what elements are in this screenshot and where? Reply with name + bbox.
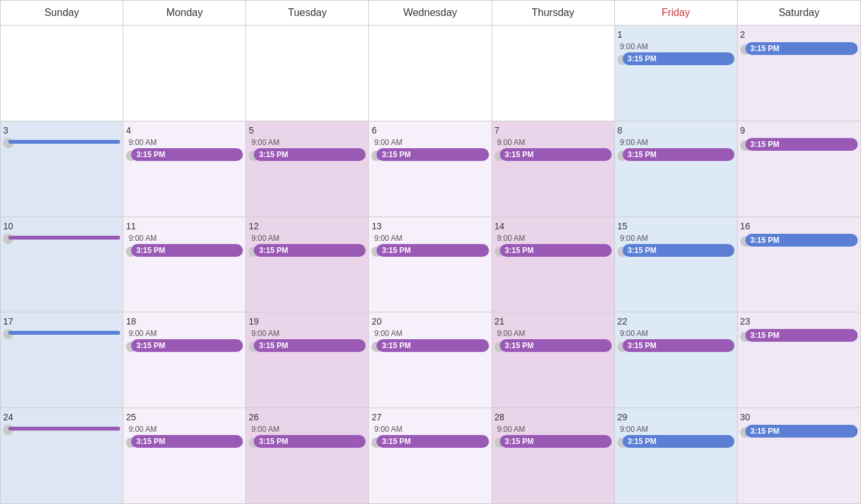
event-bar[interactable]: 3:15 PM [745,329,858,342]
day-cell-23[interactable]: 233:15 PM [738,312,860,408]
calendar-header: Sunday Monday Tuesday Wednesday Thursday… [1,1,860,26]
event-bar-wrapper: 3:15 PM [617,52,734,68]
day-number: 18 [126,316,243,326]
day-cell-27[interactable]: 279:00 AM3:15 PM [369,408,492,503]
event-bar[interactable]: 3:15 PM [254,148,366,161]
day-cell-3[interactable]: 3 [1,121,123,217]
event-bar[interactable]: 3:15 PM [745,234,858,247]
event-bar[interactable]: 3:15 PM [623,148,734,161]
event-time: 9:00 AM [128,425,243,434]
event-container: 9:00 AM3:15 PM [617,42,734,68]
day-cell-empty[interactable] [1,26,123,121]
event-bar[interactable]: 3:15 PM [131,339,243,352]
day-cell-14[interactable]: 149:00 AM3:15 PM [492,217,615,312]
event-bar[interactable]: 3:15 PM [131,244,243,257]
day-cell-11[interactable]: 119:00 AM3:15 PM [123,217,246,312]
event-bar-wrapper [3,138,120,148]
event-bar-wrapper: 3:15 PM [740,329,858,344]
event-bar[interactable]: 3:15 PM [376,435,488,448]
event-container: 9:00 AM3:15 PM [249,329,366,355]
day-cell-2[interactable]: 23:15 PM [738,26,860,121]
event-bar[interactable]: 3:15 PM [376,244,488,257]
day-cell-empty[interactable] [492,26,615,121]
event-bar[interactable]: 3:15 PM [623,339,734,352]
day-number: 17 [3,316,120,326]
event-bar[interactable]: 3:15 PM [745,138,858,151]
event-time: 9:00 AM [497,138,612,147]
day-cell-4[interactable]: 49:00 AM3:15 PM [123,121,246,217]
day-cell-30[interactable]: 303:15 PM [738,408,860,503]
header-friday: Friday [615,1,738,25]
day-cell-24[interactable]: 24 [1,408,123,503]
event-bar[interactable]: 3:15 PM [376,339,488,352]
event-container: 9:00 AM3:15 PM [126,138,243,164]
event-bar[interactable]: 3:15 PM [376,148,488,161]
event-time: 9:00 AM [128,138,243,147]
event-bar[interactable]: 3:15 PM [254,244,366,257]
day-cell-16[interactable]: 163:15 PM [738,217,860,312]
header-saturday: Saturday [738,1,860,25]
day-cell-19[interactable]: 199:00 AM3:15 PM [246,312,369,408]
event-bar[interactable]: 3:15 PM [500,148,612,161]
day-cell-10[interactable]: 10 [1,217,123,312]
day-cell-12[interactable]: 129:00 AM3:15 PM [246,217,369,312]
event-bar-wrapper [3,234,120,244]
event-bar[interactable] [8,140,120,144]
day-number: 4 [126,125,243,135]
day-cell-empty[interactable] [246,26,369,121]
event-time: 9:00 AM [251,425,366,434]
event-bar-wrapper: 3:15 PM [495,339,612,355]
day-number: 21 [495,316,612,326]
event-bar[interactable]: 3:15 PM [500,244,612,257]
day-cell-20[interactable]: 209:00 AM3:15 PM [369,312,492,408]
day-cell-7[interactable]: 79:00 AM3:15 PM [492,121,615,217]
day-cell-empty[interactable] [369,26,492,121]
day-number: 7 [495,125,612,135]
day-cell-25[interactable]: 259:00 AM3:15 PM [123,408,246,503]
day-cell-empty[interactable] [123,26,246,121]
event-container: 9:00 AM3:15 PM [617,234,734,259]
day-cell-15[interactable]: 159:00 AM3:15 PM [615,217,738,312]
day-cell-17[interactable]: 17 [1,312,123,408]
day-cell-13[interactable]: 139:00 AM3:15 PM [369,217,492,312]
event-bar[interactable]: 3:15 PM [500,339,612,352]
header-thursday: Thursday [492,1,615,25]
event-bar[interactable]: 3:15 PM [745,425,858,438]
event-bar[interactable]: 3:15 PM [254,435,366,448]
event-bar[interactable] [8,236,120,240]
event-bar[interactable]: 3:15 PM [254,339,366,352]
day-number: 9 [740,125,858,135]
event-bar-wrapper: 3:15 PM [371,339,488,355]
event-bar[interactable]: 3:15 PM [623,52,734,65]
event-bar[interactable]: 3:15 PM [131,148,243,161]
event-bar[interactable] [8,427,120,431]
event-container: 3:15 PM [740,329,858,344]
event-bar[interactable] [8,331,120,335]
day-cell-28[interactable]: 289:00 AM3:15 PM [492,408,615,503]
event-time: 9:00 AM [251,234,366,243]
day-cell-8[interactable]: 89:00 AM3:15 PM [615,121,738,217]
event-bar[interactable]: 3:15 PM [500,435,612,448]
event-time: 9:00 AM [374,138,488,147]
event-bar-wrapper: 3:15 PM [371,244,488,259]
event-bar-wrapper: 3:15 PM [249,148,366,164]
day-cell-29[interactable]: 299:00 AM3:15 PM [615,408,738,503]
day-cell-26[interactable]: 269:00 AM3:15 PM [246,408,369,503]
event-bar[interactable]: 3:15 PM [131,435,243,448]
day-number: 10 [3,221,120,231]
event-bar[interactable]: 3:15 PM [623,435,734,448]
day-cell-6[interactable]: 69:00 AM3:15 PM [369,121,492,217]
day-cell-1[interactable]: 19:00 AM3:15 PM [615,26,738,121]
day-cell-21[interactable]: 219:00 AM3:15 PM [492,312,615,408]
day-cell-9[interactable]: 93:15 PM [738,121,860,217]
event-time: 9:00 AM [251,138,366,147]
day-cell-5[interactable]: 59:00 AM3:15 PM [246,121,369,217]
event-bar[interactable]: 3:15 PM [623,244,734,257]
day-cell-18[interactable]: 189:00 AM3:15 PM [123,312,246,408]
event-time: 9:00 AM [620,138,734,147]
event-bar-wrapper: 3:15 PM [495,244,612,259]
event-bar-wrapper: 3:15 PM [249,339,366,355]
day-cell-22[interactable]: 229:00 AM3:15 PM [615,312,738,408]
event-container [3,138,120,148]
event-bar[interactable]: 3:15 PM [745,42,858,55]
